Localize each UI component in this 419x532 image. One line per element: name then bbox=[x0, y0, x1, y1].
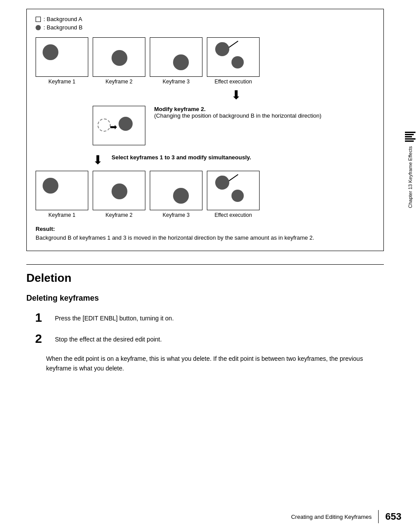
keyframe-1-bottom: Keyframe 1 bbox=[36, 171, 88, 218]
effect-execution-box-bottom bbox=[207, 171, 260, 210]
effect-circles-top bbox=[207, 38, 259, 76]
effect-execution-top: Effect execution bbox=[207, 37, 260, 85]
select-arrow-section: ⬇ Select keyframes 1 to 3 and modify sim… bbox=[36, 154, 375, 166]
effect-circle1-top bbox=[215, 42, 229, 56]
step-2-number: 2 bbox=[35, 333, 48, 345]
arrow-down-1: ⬇ bbox=[36, 89, 375, 101]
effect-circle2-bottom bbox=[231, 190, 244, 202]
bottom-keyframe-row: Keyframe 1 Keyframe 2 Keyframe 3 bbox=[36, 171, 375, 218]
keyframe-2-bottom: Keyframe 2 bbox=[93, 171, 145, 218]
effect-execution-label-bottom: Effect execution bbox=[214, 212, 252, 218]
keyframe-1-label-bottom: Keyframe 1 bbox=[48, 212, 75, 218]
diagram-box: : Background A : Background B Keyframe 1 bbox=[26, 9, 384, 251]
keyframe-3-label-bottom: Keyframe 3 bbox=[163, 212, 189, 218]
effect-execution-bottom: Effect execution bbox=[207, 171, 260, 218]
result-body: Background B of keyframes 1 and 3 is mov… bbox=[36, 234, 314, 241]
keyframe-2-label-bottom: Keyframe 2 bbox=[105, 212, 132, 218]
modify-box: ➡ bbox=[93, 106, 145, 145]
modify-title: Modify keyframe 2. bbox=[154, 106, 206, 112]
deleting-keyframes-heading: Deleting keyframes bbox=[26, 294, 384, 303]
select-text: Select keyframes 1 to 3 and modify simul… bbox=[112, 154, 251, 161]
steps-container: 1 Press the [EDIT ENBL] button, turning … bbox=[26, 312, 384, 345]
keyframe-1-box-top bbox=[36, 37, 88, 77]
keyframe-1-top: Keyframe 1 bbox=[36, 37, 88, 85]
sidebar-line-4 bbox=[405, 138, 415, 140]
sidebar-lines bbox=[405, 132, 415, 142]
circle-kf2-bottom bbox=[112, 183, 127, 199]
effect-circle1-bottom bbox=[215, 176, 229, 190]
keyframe-2-top: Keyframe 2 bbox=[93, 37, 145, 85]
sidebar-line-1 bbox=[405, 132, 415, 133]
sidebar-chapter-label: Chapter 13 Keyframe Effects bbox=[408, 146, 413, 208]
section-divider bbox=[26, 264, 384, 265]
keyframe-3-box-top bbox=[150, 37, 202, 77]
dashed-circle bbox=[98, 119, 111, 132]
keyframe-2-label-top: Keyframe 2 bbox=[105, 79, 132, 85]
circle-kf1-bottom bbox=[43, 178, 58, 194]
step-1: 1 Press the [EDIT ENBL] button, turning … bbox=[35, 312, 384, 324]
sidebar: Chapter 13 Keyframe Effects bbox=[401, 0, 419, 532]
modify-section: ➡ Modify keyframe 2. (Changing the posit… bbox=[36, 106, 375, 145]
arrow-right-icon: ➡ bbox=[110, 122, 117, 132]
keyframe-3-bottom: Keyframe 3 bbox=[150, 171, 202, 218]
result-section: Result: Background B of keyframes 1 and … bbox=[36, 225, 375, 242]
step-1-number: 1 bbox=[35, 312, 48, 324]
step-2-note: When the edit point is on a keyframe, th… bbox=[26, 354, 384, 374]
page-footer: Creating and Editing Keyframes 653 bbox=[0, 510, 419, 523]
step-2-text: Stop the effect at the desired edit poin… bbox=[55, 333, 162, 344]
result-label: Result: bbox=[36, 226, 55, 232]
modify-text: Modify keyframe 2. (Changing the positio… bbox=[154, 106, 321, 119]
keyframe-2-box-bottom bbox=[93, 171, 145, 210]
sidebar-line-2 bbox=[405, 134, 414, 135]
sidebar-line-5 bbox=[405, 140, 414, 142]
modify-circle bbox=[119, 117, 133, 131]
keyframe-1-box-bottom bbox=[36, 171, 88, 210]
effect-circles-bottom bbox=[207, 171, 259, 210]
step-1-text: Press the [EDIT ENBL] button, turning it… bbox=[55, 312, 174, 323]
circle-kf3-top bbox=[173, 54, 189, 70]
footer-label: Creating and Editing Keyframes bbox=[291, 514, 372, 520]
modify-description: (Changing the position of background B i… bbox=[154, 112, 321, 119]
legend-item-a: : Background A bbox=[36, 16, 375, 22]
legend-circle-icon bbox=[36, 25, 41, 30]
top-keyframe-row: Keyframe 1 Keyframe 2 Keyframe 3 bbox=[36, 37, 375, 85]
page-number: 653 bbox=[385, 511, 401, 522]
circle-kf2-top bbox=[112, 50, 127, 66]
legend-b-label: : Background B bbox=[43, 24, 83, 31]
effect-execution-label-top: Effect execution bbox=[214, 79, 252, 85]
footer-divider bbox=[378, 510, 379, 523]
legend-a-label: : Background A bbox=[43, 16, 82, 22]
arrow-down-icon-2: ⬇ bbox=[93, 154, 103, 166]
arrow-down-icon-1: ⬇ bbox=[231, 89, 241, 101]
step-2: 2 Stop the effect at the desired edit po… bbox=[35, 333, 384, 345]
circle-kf3-bottom bbox=[173, 188, 189, 204]
effect-execution-box-top bbox=[207, 37, 260, 77]
legend-item-b: : Background B bbox=[36, 24, 375, 31]
keyframe-2-box-top bbox=[93, 37, 145, 77]
legend: : Background A : Background B bbox=[36, 16, 375, 31]
result-text: Result: Background B of keyframes 1 and … bbox=[36, 225, 375, 242]
deletion-heading: Deletion bbox=[26, 271, 384, 285]
circle-kf1-top bbox=[43, 44, 58, 60]
keyframe-3-label-top: Keyframe 3 bbox=[163, 79, 189, 85]
keyframe-3-top: Keyframe 3 bbox=[150, 37, 202, 85]
keyframe-3-box-bottom bbox=[150, 171, 202, 210]
keyframe-1-label-top: Keyframe 1 bbox=[48, 79, 75, 85]
effect-circle2-top bbox=[231, 56, 244, 68]
legend-square-icon bbox=[36, 17, 41, 22]
sidebar-line-3 bbox=[405, 136, 412, 137]
